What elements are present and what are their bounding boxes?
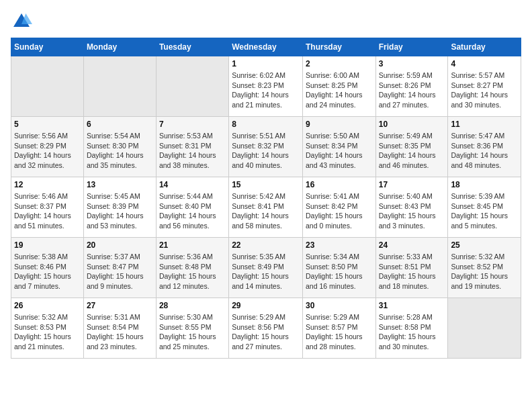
calendar-cell: 22Sunrise: 5:35 AM Sunset: 8:49 PM Dayli… [229, 238, 303, 298]
week-row-5: 26Sunrise: 5:32 AM Sunset: 8:53 PM Dayli… [11, 298, 521, 359]
day-info: Sunrise: 5:40 AM Sunset: 8:43 PM Dayligh… [379, 191, 445, 231]
day-info: Sunrise: 5:36 AM Sunset: 8:48 PM Dayligh… [159, 252, 226, 291]
header-tuesday: Tuesday [156, 38, 228, 56]
day-info: Sunrise: 5:32 AM Sunset: 8:53 PM Dayligh… [14, 312, 81, 352]
calendar-cell: 31Sunrise: 5:28 AM Sunset: 8:58 PM Dayli… [375, 298, 448, 359]
day-number: 20 [87, 240, 153, 250]
calendar-cell: 25Sunrise: 5:32 AM Sunset: 8:52 PM Dayli… [448, 238, 521, 298]
calendar-cell: 26Sunrise: 5:32 AM Sunset: 8:53 PM Dayli… [11, 298, 84, 359]
page-header [11, 11, 521, 32]
header-saturday: Saturday [448, 38, 521, 56]
day-info: Sunrise: 5:53 AM Sunset: 8:31 PM Dayligh… [159, 131, 226, 171]
day-info: Sunrise: 5:44 AM Sunset: 8:40 PM Dayligh… [159, 191, 226, 231]
day-number: 22 [232, 240, 300, 250]
day-number: 9 [306, 120, 373, 129]
day-number: 31 [379, 301, 445, 310]
calendar-cell: 23Sunrise: 5:34 AM Sunset: 8:50 PM Dayli… [302, 238, 375, 298]
day-number: 10 [379, 120, 445, 129]
week-row-3: 12Sunrise: 5:46 AM Sunset: 8:37 PM Dayli… [11, 177, 521, 238]
day-info: Sunrise: 5:46 AM Sunset: 8:37 PM Dayligh… [14, 191, 81, 231]
calendar-cell: 17Sunrise: 5:40 AM Sunset: 8:43 PM Dayli… [375, 177, 448, 238]
day-info: Sunrise: 6:02 AM Sunset: 8:23 PM Dayligh… [232, 71, 300, 110]
day-info: Sunrise: 5:50 AM Sunset: 8:34 PM Dayligh… [306, 131, 373, 171]
day-info: Sunrise: 5:51 AM Sunset: 8:32 PM Dayligh… [232, 131, 300, 171]
logo [11, 11, 35, 32]
day-info: Sunrise: 5:56 AM Sunset: 8:29 PM Dayligh… [14, 131, 81, 171]
calendar-cell: 8Sunrise: 5:51 AM Sunset: 8:32 PM Daylig… [229, 117, 303, 177]
day-info: Sunrise: 5:57 AM Sunset: 8:27 PM Dayligh… [451, 71, 518, 110]
day-number: 12 [14, 180, 81, 189]
calendar-cell: 27Sunrise: 5:31 AM Sunset: 8:54 PM Dayli… [83, 298, 156, 359]
day-number: 5 [14, 120, 81, 129]
calendar-cell [156, 56, 228, 117]
week-row-4: 19Sunrise: 5:38 AM Sunset: 8:46 PM Dayli… [11, 238, 521, 298]
day-number: 25 [451, 240, 518, 250]
day-info: Sunrise: 5:49 AM Sunset: 8:35 PM Dayligh… [379, 131, 445, 171]
day-number: 26 [14, 301, 81, 310]
day-info: Sunrise: 5:37 AM Sunset: 8:47 PM Dayligh… [87, 252, 153, 291]
day-number: 27 [87, 301, 153, 310]
day-number: 16 [306, 180, 373, 189]
day-number: 4 [451, 59, 518, 68]
calendar-cell: 21Sunrise: 5:36 AM Sunset: 8:48 PM Dayli… [156, 238, 228, 298]
day-number: 8 [232, 120, 300, 129]
calendar-cell: 29Sunrise: 5:29 AM Sunset: 8:56 PM Dayli… [229, 298, 303, 359]
week-row-2: 5Sunrise: 5:56 AM Sunset: 8:29 PM Daylig… [11, 117, 521, 177]
calendar-cell: 3Sunrise: 5:59 AM Sunset: 8:26 PM Daylig… [375, 56, 448, 117]
day-number: 6 [87, 120, 153, 129]
day-number: 19 [14, 240, 81, 250]
header-monday: Monday [83, 38, 156, 56]
calendar-table: SundayMondayTuesdayWednesdayThursdayFrid… [11, 38, 521, 359]
day-info: Sunrise: 5:30 AM Sunset: 8:55 PM Dayligh… [159, 312, 226, 352]
day-number: 15 [232, 180, 300, 189]
day-number: 23 [306, 240, 373, 250]
calendar-cell: 24Sunrise: 5:33 AM Sunset: 8:51 PM Dayli… [375, 238, 448, 298]
header-friday: Friday [375, 38, 448, 56]
calendar-cell: 19Sunrise: 5:38 AM Sunset: 8:46 PM Dayli… [11, 238, 84, 298]
day-info: Sunrise: 5:41 AM Sunset: 8:42 PM Dayligh… [306, 191, 373, 231]
day-info: Sunrise: 5:34 AM Sunset: 8:50 PM Dayligh… [306, 252, 373, 291]
header-thursday: Thursday [302, 38, 375, 56]
day-info: Sunrise: 5:38 AM Sunset: 8:46 PM Dayligh… [14, 252, 81, 291]
day-number: 18 [451, 180, 518, 189]
day-number: 7 [159, 120, 226, 129]
day-number: 29 [232, 301, 300, 310]
calendar-cell: 9Sunrise: 5:50 AM Sunset: 8:34 PM Daylig… [302, 117, 375, 177]
day-info: Sunrise: 5:54 AM Sunset: 8:30 PM Dayligh… [87, 131, 153, 171]
day-number: 24 [379, 240, 445, 250]
calendar-cell: 13Sunrise: 5:45 AM Sunset: 8:39 PM Dayli… [83, 177, 156, 238]
day-number: 13 [87, 180, 153, 189]
day-number: 30 [306, 301, 373, 310]
day-number: 1 [232, 59, 300, 68]
day-info: Sunrise: 5:29 AM Sunset: 8:56 PM Dayligh… [232, 312, 300, 352]
calendar-cell: 15Sunrise: 5:42 AM Sunset: 8:41 PM Dayli… [229, 177, 303, 238]
calendar-cell: 2Sunrise: 6:00 AM Sunset: 8:25 PM Daylig… [302, 56, 375, 117]
day-info: Sunrise: 5:28 AM Sunset: 8:58 PM Dayligh… [379, 312, 445, 352]
day-number: 11 [451, 120, 518, 129]
week-row-1: 1Sunrise: 6:02 AM Sunset: 8:23 PM Daylig… [11, 56, 521, 117]
calendar-cell: 18Sunrise: 5:39 AM Sunset: 8:45 PM Dayli… [448, 177, 521, 238]
header-sunday: Sunday [11, 38, 84, 56]
header-row: SundayMondayTuesdayWednesdayThursdayFrid… [11, 38, 521, 56]
day-number: 3 [379, 59, 445, 68]
calendar-cell [448, 298, 521, 359]
day-number: 17 [379, 180, 445, 189]
calendar-cell: 5Sunrise: 5:56 AM Sunset: 8:29 PM Daylig… [11, 117, 84, 177]
calendar-cell: 4Sunrise: 5:57 AM Sunset: 8:27 PM Daylig… [448, 56, 521, 117]
calendar-cell [83, 56, 156, 117]
day-info: Sunrise: 5:29 AM Sunset: 8:57 PM Dayligh… [306, 312, 373, 352]
calendar-cell: 10Sunrise: 5:49 AM Sunset: 8:35 PM Dayli… [375, 117, 448, 177]
day-number: 14 [159, 180, 226, 189]
calendar-cell: 12Sunrise: 5:46 AM Sunset: 8:37 PM Dayli… [11, 177, 84, 238]
calendar-cell: 7Sunrise: 5:53 AM Sunset: 8:31 PM Daylig… [156, 117, 228, 177]
day-info: Sunrise: 5:33 AM Sunset: 8:51 PM Dayligh… [379, 252, 445, 291]
day-number: 28 [159, 301, 226, 310]
day-info: Sunrise: 5:39 AM Sunset: 8:45 PM Dayligh… [451, 191, 518, 231]
day-info: Sunrise: 5:32 AM Sunset: 8:52 PM Dayligh… [451, 252, 518, 291]
calendar-cell: 30Sunrise: 5:29 AM Sunset: 8:57 PM Dayli… [302, 298, 375, 359]
calendar-cell: 1Sunrise: 6:02 AM Sunset: 8:23 PM Daylig… [229, 56, 303, 117]
calendar-cell: 6Sunrise: 5:54 AM Sunset: 8:30 PM Daylig… [83, 117, 156, 177]
day-number: 21 [159, 240, 226, 250]
calendar-cell: 20Sunrise: 5:37 AM Sunset: 8:47 PM Dayli… [83, 238, 156, 298]
day-info: Sunrise: 5:59 AM Sunset: 8:26 PM Dayligh… [379, 71, 445, 110]
